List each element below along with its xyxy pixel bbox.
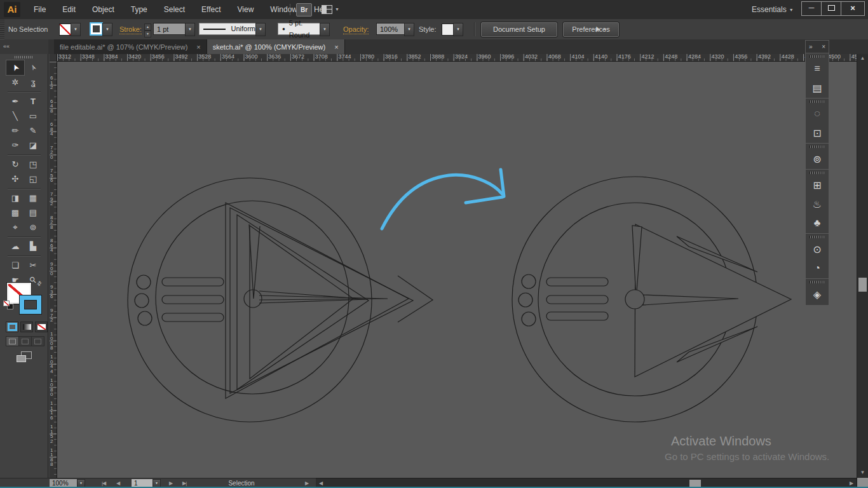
toolbar-separator[interactable] [6, 234, 42, 239]
brushes-panel-button[interactable]: ♨ [806, 194, 829, 214]
draw-inside-button[interactable] [32, 336, 44, 346]
width-tool[interactable]: ✣ [6, 172, 24, 186]
panel-grip[interactable] [806, 143, 829, 149]
arrange-documents-button[interactable]: ▼ [322, 3, 344, 15]
fill-color-caret[interactable]: ▼ [71, 23, 81, 36]
brush-definition-select[interactable]: ● 5 pt. Round [278, 23, 320, 35]
width-profile-select[interactable]: Uniform [199, 23, 256, 35]
stroke-weight-field[interactable]: 1 pt [153, 23, 186, 35]
default-fill-stroke-button[interactable] [3, 301, 13, 309]
close-button[interactable]: × [841, 1, 865, 16]
artboard-tool[interactable]: ❏ [6, 258, 24, 273]
stroke-swatch[interactable] [20, 295, 41, 314]
toolbar-grip-handle[interactable] [15, 56, 34, 58]
toolbar-collapse-header[interactable]: «« [0, 39, 48, 54]
style-caret[interactable]: ▼ [453, 23, 463, 36]
toolbar-separator[interactable] [6, 152, 42, 157]
preferences-button[interactable]: Preferences [563, 22, 619, 37]
stepper-up-icon[interactable]: ▲ [144, 24, 151, 30]
tab-close-icon[interactable]: × [334, 43, 338, 51]
panel-grip[interactable] [806, 233, 829, 240]
stroke-panel-button[interactable]: ≡ [806, 59, 829, 78]
selection-behavior-control[interactable]: ➤ ▼ [594, 19, 607, 39]
stroke-weight-stepper[interactable]: ▲ ▼ [144, 24, 151, 35]
free-transform-tool[interactable]: ◱ [24, 172, 42, 186]
color-mode-button[interactable] [6, 322, 18, 332]
menubar-item[interactable]: Edit [54, 0, 84, 19]
transform-panel-button[interactable]: ⊡ [806, 123, 829, 142]
draw-behind-button[interactable] [19, 336, 32, 346]
swatches-panel-button[interactable]: ⊞ [806, 175, 829, 194]
width-profile-caret[interactable]: ▼ [255, 23, 266, 36]
blend-tool[interactable]: ⊚ [24, 220, 42, 234]
layers-panel-button[interactable]: ◈ [806, 285, 829, 304]
type-tool[interactable]: T [24, 94, 42, 109]
pathfinder-panel-button[interactable]: ⊚ [806, 149, 829, 168]
none-mode-button[interactable] [35, 322, 48, 332]
panel-grip[interactable] [806, 98, 829, 104]
pencil-tool[interactable]: ✎ [24, 123, 42, 138]
artboard-canvas[interactable]: Activate Windows Go to PC settings to ac… [57, 62, 857, 478]
restore-button[interactable] [822, 1, 841, 16]
color-panel-button[interactable]: ⊙ [806, 240, 829, 259]
vertical-scrollbar-thumb[interactable] [858, 278, 867, 292]
gradient-panel-button[interactable]: ▤ [806, 78, 829, 97]
toolbar-separator[interactable] [6, 186, 42, 191]
minimize-button[interactable]: ─ [801, 1, 822, 16]
horizontal-scrollbar-thumb[interactable] [689, 480, 701, 487]
stroke-panel-link[interactable]: Stroke: [119, 25, 142, 34]
symbols-panel-button[interactable]: ♣ [806, 214, 829, 233]
symbol-sprayer-tool[interactable]: ☁ [6, 239, 24, 254]
bridge-button[interactable]: Br [296, 3, 312, 17]
opacity-field[interactable]: 100% [376, 23, 405, 35]
direct-selection-tool[interactable]: ➢ [24, 60, 42, 75]
rectangle-tool[interactable]: ▭ [24, 109, 42, 123]
perspective-grid-tool[interactable]: ▦ [24, 191, 42, 205]
panel-grip[interactable] [806, 169, 829, 175]
menubar-item[interactable]: File [25, 0, 54, 19]
opacity-panel-link[interactable]: Opacity: [343, 25, 369, 34]
document-setup-button[interactable]: Document Setup [481, 22, 557, 37]
expand-panels-icon[interactable]: » [809, 43, 813, 50]
gradient-tool[interactable]: ▤ [24, 205, 42, 220]
rotate-tool[interactable]: ↻ [6, 157, 24, 172]
panel-grip[interactable] [806, 278, 829, 285]
eyedropper-tool[interactable]: ⌖ [6, 220, 24, 234]
transparency-panel-button[interactable]: ◌ [806, 104, 829, 123]
draw-normal-button[interactable] [6, 336, 19, 346]
column-graph-tool[interactable]: ▙ [24, 239, 42, 254]
scale-tool[interactable]: ◳ [24, 157, 42, 172]
menubar-item[interactable]: Object [84, 0, 123, 19]
scroll-down-icon[interactable]: ▼ [857, 468, 868, 477]
stroke-color-caret[interactable]: ▼ [102, 23, 112, 36]
selection-tool[interactable]: ➤ [6, 60, 24, 75]
fill-color-swatch[interactable] [59, 24, 71, 36]
lasso-tool[interactable]: ʓ [24, 75, 42, 90]
slice-tool[interactable]: ✂ [24, 258, 42, 273]
menubar-item[interactable]: Type [123, 0, 156, 19]
color-guide-panel-button[interactable]: ◔ [806, 259, 829, 278]
stepper-down-icon[interactable]: ▼ [144, 30, 151, 37]
shape-builder-tool[interactable]: ◨ [6, 191, 24, 205]
paintbrush-tool[interactable]: ✏ [6, 123, 24, 138]
toolbar-separator[interactable] [6, 90, 42, 94]
menubar-item[interactable]: Select [156, 0, 193, 19]
opacity-caret[interactable]: ▼ [404, 23, 414, 36]
document-tab[interactable]: file editable.ai* @ 107% (CMYK/Preview) … [54, 39, 207, 54]
workspace-switcher[interactable]: Essentials ▼ [752, 0, 794, 19]
mesh-tool[interactable]: ▩ [6, 205, 24, 220]
magic-wand-tool[interactable]: ✲ [6, 75, 24, 90]
toolbar-separator[interactable] [6, 254, 42, 258]
blob-brush-tool[interactable]: ✑ [6, 138, 24, 152]
vertical-scrollbar[interactable]: ▲ ▼ [857, 54, 868, 478]
gradient-mode-button[interactable] [20, 322, 33, 332]
eraser-tool[interactable]: ◪ [24, 138, 42, 152]
scroll-up-icon[interactable]: ▲ [857, 54, 868, 63]
stroke-color-swatch[interactable] [91, 24, 102, 34]
pen-tool[interactable]: ✒ [6, 94, 24, 109]
menubar-item[interactable]: Effect [193, 0, 229, 19]
line-segment-tool[interactable]: ╲ [6, 109, 24, 123]
brush-definition-caret[interactable]: ▼ [320, 23, 330, 36]
panel-grip[interactable] [806, 53, 829, 59]
change-screen-mode-button[interactable] [17, 351, 32, 362]
